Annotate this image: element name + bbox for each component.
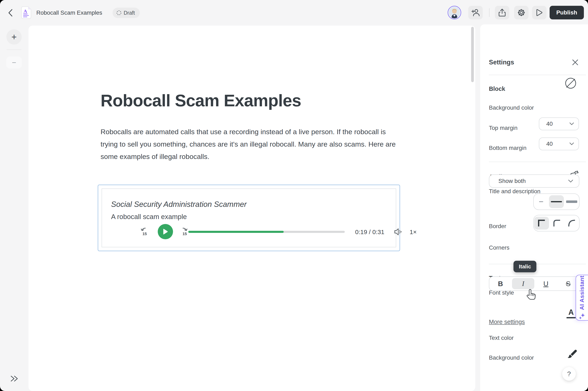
corners-segmented-control xyxy=(533,215,580,231)
audio-title[interactable]: Social Security Administration Scammer xyxy=(111,200,247,209)
volume-button[interactable] xyxy=(393,226,404,238)
medium-dash-glyph xyxy=(551,201,562,202)
forward-15-icon: 15 xyxy=(178,226,189,237)
bottom-margin-label: Bottom margin xyxy=(489,145,526,151)
text-background-color-label: Background color xyxy=(489,354,534,361)
ai-assistant-tab[interactable]: AI Assistant xyxy=(576,275,588,321)
settings-title: Settings xyxy=(489,59,514,66)
remove-block-button[interactable]: − xyxy=(6,57,22,69)
publish-label: Publish xyxy=(556,9,577,16)
doc-heading[interactable]: Robocall Scam Examples xyxy=(100,91,410,110)
plus-icon: + xyxy=(11,32,17,42)
canvas-scrollbar[interactable] xyxy=(471,27,474,82)
corners-rounded-option[interactable] xyxy=(549,215,564,231)
text-color-label: Text color xyxy=(489,335,514,341)
more-settings-link[interactable]: More settings xyxy=(489,318,525,325)
audio-time: 0:19 / 0:31 xyxy=(355,228,385,236)
chevron-left-icon xyxy=(8,9,13,17)
play-icon xyxy=(163,228,168,235)
skip-forward-15-button[interactable]: 15 xyxy=(178,226,190,238)
text-color-swatch[interactable]: A xyxy=(567,308,576,318)
panel-divider xyxy=(489,162,586,162)
chevron-down-icon xyxy=(568,180,573,183)
ai-assistant-label: AI Assistant xyxy=(579,276,585,310)
play-outline-icon xyxy=(536,9,543,16)
brush-icon xyxy=(567,349,578,360)
border-label: Border xyxy=(489,223,506,230)
rewind-15-icon: 15 xyxy=(140,226,151,237)
status-badge-label: Draft xyxy=(124,10,135,16)
document-page-icon: A xyxy=(21,6,32,19)
status-badge[interactable]: Draft xyxy=(112,8,140,18)
svg-text:A: A xyxy=(23,8,27,14)
italic-button-selected[interactable]: I xyxy=(512,278,534,289)
rail-divider xyxy=(6,50,21,50)
share-button[interactable] xyxy=(495,6,509,19)
audio-description[interactable]: A robocall scam example xyxy=(111,213,187,221)
bottom-margin-select[interactable]: 40 xyxy=(539,137,579,150)
bottom-margin-value: 40 xyxy=(546,141,569,147)
title-description-label: Title and description xyxy=(489,188,541,195)
top-margin-label: Top margin xyxy=(489,125,518,131)
share-export-icon xyxy=(498,8,506,17)
gear-icon xyxy=(517,8,525,17)
help-button[interactable]: ? xyxy=(562,367,576,381)
doc-paragraph[interactable]: Robocalls are automated calls that use a… xyxy=(100,125,402,163)
app-window: A Robocall Scam Examples Draft xyxy=(0,0,588,391)
close-icon xyxy=(572,59,579,66)
svg-text:15: 15 xyxy=(142,232,147,236)
close-settings-button[interactable] xyxy=(571,58,580,67)
font-style-segmented-control: B I U S xyxy=(489,277,580,291)
topbar-divider xyxy=(489,8,490,17)
doc-title[interactable]: Robocall Scam Examples xyxy=(36,0,102,26)
help-label: ? xyxy=(567,370,571,378)
settings-button[interactable] xyxy=(514,6,529,19)
avatar[interactable] xyxy=(448,6,461,19)
playback-speed-button[interactable]: 1× xyxy=(410,228,417,236)
draft-dashed-circle-icon xyxy=(116,10,122,15)
corners-extra-rounded-option[interactable] xyxy=(564,215,579,231)
audio-progress-track[interactable] xyxy=(188,231,345,233)
underline-button[interactable]: U xyxy=(535,277,557,291)
thin-dash-glyph xyxy=(539,201,543,202)
chevron-down-icon xyxy=(569,142,574,145)
double-chevron-right-icon xyxy=(9,375,19,383)
expand-sidebar-button[interactable] xyxy=(8,373,20,384)
settings-panel: Settings Block Background color Top marg… xyxy=(480,24,588,391)
background-color-label: Background color xyxy=(489,104,534,111)
border-segmented-control xyxy=(533,194,580,210)
add-block-button[interactable]: + xyxy=(6,29,22,45)
background-color-none-swatch[interactable] xyxy=(565,78,576,89)
corners-label: Corners xyxy=(489,244,509,251)
bold-button[interactable]: B xyxy=(489,277,512,291)
top-margin-select[interactable]: 40 xyxy=(539,117,579,130)
speaker-icon xyxy=(394,228,403,236)
border-medium-option-selected[interactable] xyxy=(549,195,564,208)
text-background-color-swatch[interactable] xyxy=(567,349,578,360)
present-button[interactable] xyxy=(532,6,547,19)
doc-icon[interactable]: A xyxy=(21,6,32,19)
italic-tooltip: Italic xyxy=(513,261,536,272)
panel-divider xyxy=(489,75,586,75)
title-description-value: Show both xyxy=(498,178,568,184)
publish-button[interactable]: Publish xyxy=(550,6,584,19)
svg-text:15: 15 xyxy=(183,232,187,236)
add-collaborator-button[interactable] xyxy=(468,6,483,19)
sparkles-icon xyxy=(579,313,586,320)
play-button[interactable] xyxy=(158,224,173,239)
section-block-label: Block xyxy=(489,86,505,92)
skip-back-15-button[interactable]: 15 xyxy=(140,226,151,238)
avatar-photo xyxy=(449,7,460,18)
thick-dash-glyph xyxy=(566,200,577,203)
extra-rounded-corner-glyph xyxy=(568,219,576,227)
title-description-select[interactable]: Show both xyxy=(489,175,579,188)
border-thin-option[interactable] xyxy=(534,194,549,209)
topbar: A Robocall Scam Examples Draft xyxy=(0,0,588,26)
corners-square-option-selected[interactable] xyxy=(534,217,549,230)
border-thick-option[interactable] xyxy=(564,194,579,209)
chevron-down-icon xyxy=(569,122,574,125)
audio-block[interactable]: Social Security Administration Scammer A… xyxy=(98,185,400,251)
document-canvas: Robocall Scam Examples Robocalls are aut… xyxy=(28,26,475,391)
back-button[interactable] xyxy=(6,8,15,18)
panel-divider xyxy=(489,264,586,264)
